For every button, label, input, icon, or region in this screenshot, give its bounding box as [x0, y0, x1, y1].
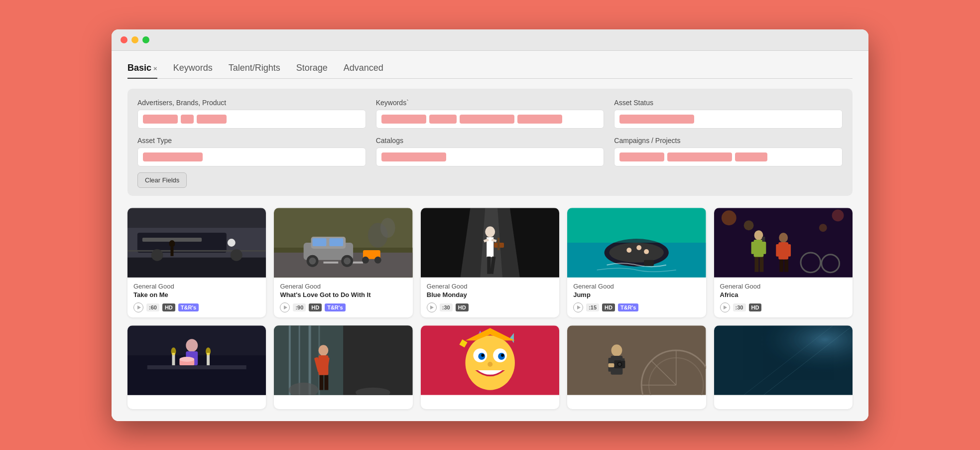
svg-rect-121: [621, 358, 625, 361]
card-row2-3[interactable]: [421, 325, 559, 409]
card-blue-monday[interactable]: General Good Blue Monday :30 HD: [421, 208, 559, 317]
svg-rect-57: [762, 242, 766, 254]
svg-point-4: [228, 239, 236, 247]
filter-advertisers: Advertisers, Brands, Product: [137, 99, 366, 129]
card-brand: General Good: [133, 283, 260, 290]
svg-rect-122: [609, 363, 614, 367]
hd-badge: HD: [602, 303, 615, 311]
tr-badge: T&R's: [618, 303, 638, 311]
play-button[interactable]: [573, 302, 583, 312]
card-whats-love[interactable]: General Good What's Love Got to Do With …: [274, 208, 412, 317]
asset-type-label: Asset Type: [137, 137, 366, 145]
tag[interactable]: [460, 115, 514, 124]
advertisers-input[interactable]: [137, 110, 366, 129]
tag[interactable]: [735, 152, 767, 161]
card-info: General Good What's Love Got to Do With …: [274, 278, 412, 317]
svg-rect-92: [325, 375, 329, 390]
svg-point-53: [819, 224, 827, 232]
svg-point-28: [374, 256, 381, 263]
tag[interactable]: [381, 152, 446, 161]
svg-rect-10: [170, 247, 173, 256]
svg-point-50: [722, 210, 736, 225]
card-row2-2[interactable]: [274, 325, 412, 409]
play-button[interactable]: [427, 302, 437, 312]
card-thumbnail: [274, 325, 412, 395]
tab-keywords[interactable]: Keywords: [173, 63, 213, 78]
tag[interactable]: [517, 115, 562, 124]
filter-row-1: Advertisers, Brands, Product Keywords`: [137, 99, 843, 129]
svg-point-73: [171, 347, 176, 355]
svg-point-44: [627, 247, 632, 252]
hd-badge: HD: [749, 303, 762, 311]
card-brand: General Good: [720, 283, 847, 290]
svg-rect-19: [330, 238, 344, 246]
card-thumbnail: [714, 325, 853, 395]
svg-point-104: [481, 354, 484, 357]
catalogs-label: Catalogs: [376, 137, 605, 145]
filter-row-2: Asset Type Catalogs Campaigns / Projects: [137, 137, 843, 166]
play-button[interactable]: [720, 302, 730, 312]
tag[interactable]: [429, 115, 457, 124]
card-thumbnail: [127, 208, 266, 278]
svg-rect-60: [762, 237, 765, 242]
maximize-button[interactable]: [142, 36, 149, 43]
tag[interactable]: [619, 115, 694, 124]
card-title: Take on Me: [133, 291, 260, 299]
tag[interactable]: [381, 115, 426, 124]
keywords-input[interactable]: [376, 110, 605, 129]
duration-badge: :30: [733, 303, 746, 311]
hd-badge: HD: [456, 303, 469, 311]
svg-rect-83: [289, 325, 291, 395]
filter-keywords: Keywords`: [376, 99, 605, 129]
main-content: Basic× Keywords Talent/Rights Storage Ad…: [112, 51, 868, 421]
tab-storage[interactable]: Storage: [296, 63, 328, 78]
card-meta: :30 HD: [720, 302, 847, 312]
card-meta: :15 HD T&R's: [573, 302, 700, 312]
card-thumbnail: [567, 208, 706, 278]
card-thumbnail: [567, 325, 706, 395]
asset-type-input[interactable]: [137, 148, 366, 166]
filter-catalogs: Catalogs: [376, 137, 605, 166]
tab-advanced[interactable]: Advanced: [344, 63, 383, 78]
card-row2-5[interactable]: [714, 325, 853, 409]
minimize-button[interactable]: [131, 36, 138, 43]
card-thumbnail: [421, 325, 559, 395]
close-button[interactable]: [121, 36, 127, 43]
card-row2-4[interactable]: [567, 325, 706, 409]
svg-rect-47: [644, 260, 654, 266]
svg-rect-3: [127, 257, 266, 277]
clear-fields-button[interactable]: Clear Fields: [137, 172, 187, 188]
svg-rect-64: [787, 244, 791, 256]
svg-point-76: [186, 339, 198, 352]
card-take-on-me[interactable]: General Good Take on Me :60 HD T&R's: [127, 208, 266, 317]
tag[interactable]: [143, 115, 178, 124]
tag[interactable]: [619, 152, 664, 161]
tag[interactable]: [197, 115, 227, 124]
tab-close-icon[interactable]: ×: [153, 65, 157, 72]
card-africa[interactable]: General Good Africa :30 HD: [714, 208, 853, 317]
tab-basic[interactable]: Basic×: [127, 63, 157, 78]
svg-point-43: [610, 243, 664, 263]
card-meta: :60 HD T&R's: [133, 302, 260, 312]
tag[interactable]: [143, 152, 203, 161]
duration-badge: :60: [146, 303, 159, 311]
svg-rect-71: [147, 365, 246, 369]
tab-talent-rights[interactable]: Talent/Rights: [229, 63, 280, 78]
card-jump[interactable]: General Good Jump :15 HD T&R's: [567, 208, 706, 317]
play-button[interactable]: [280, 302, 290, 312]
play-button[interactable]: [133, 302, 143, 312]
asset-status-input[interactable]: [614, 110, 843, 129]
svg-point-114: [612, 344, 622, 356]
filter-panel: Advertisers, Brands, Product Keywords`: [127, 89, 853, 196]
titlebar: [112, 29, 868, 51]
svg-rect-65: [779, 259, 783, 272]
catalogs-input[interactable]: [376, 148, 605, 166]
svg-point-23: [344, 257, 351, 264]
card-info: [421, 395, 559, 409]
campaigns-input[interactable]: [614, 148, 843, 166]
svg-rect-14: [324, 261, 339, 263]
card-row2-1[interactable]: [127, 325, 266, 409]
svg-rect-58: [754, 257, 758, 272]
tag[interactable]: [181, 115, 194, 124]
tag[interactable]: [667, 152, 732, 161]
